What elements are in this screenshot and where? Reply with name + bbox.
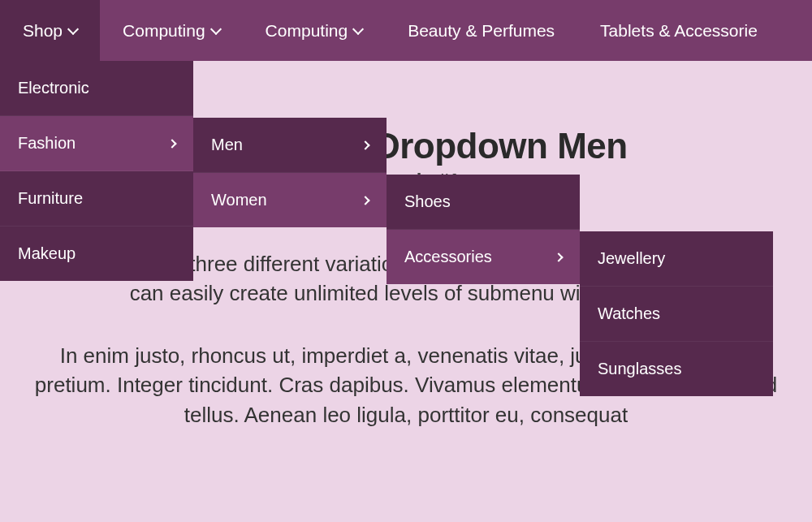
dropdown-label: Jewellery <box>598 249 665 268</box>
nav-label: Computing <box>123 21 205 41</box>
chevron-right-icon <box>167 139 176 148</box>
nav-item-computing-1[interactable]: Computing <box>100 0 243 61</box>
dropdown-item-accessories[interactable]: Accessories <box>387 230 580 284</box>
dropdown-label: Women <box>211 191 267 209</box>
dropdown-item-shoes[interactable]: Shoes <box>387 175 580 230</box>
nav-item-tablets[interactable]: Tablets & Accessorie <box>577 0 780 61</box>
chevron-down-icon <box>352 23 364 34</box>
dropdown-item-watches[interactable]: Watches <box>580 287 773 342</box>
dropdown-accessories: Jewellery Watches Sunglasses <box>580 231 773 396</box>
chevron-right-icon <box>361 196 369 205</box>
dropdown-label: Accessories <box>404 248 492 266</box>
dropdown-item-women[interactable]: Women <box>193 173 387 227</box>
chevron-right-icon <box>554 252 563 261</box>
nav-item-shop[interactable]: Shop <box>0 0 100 61</box>
dropdown-label: Makeup <box>18 244 76 263</box>
dropdown-label: Shoes <box>404 192 451 211</box>
dropdown-item-men[interactable]: Men <box>193 118 387 173</box>
dropdown-label: Sunglasses <box>598 360 681 378</box>
dropdown-women: Shoes Accessories <box>387 175 580 284</box>
chevron-down-icon <box>67 23 79 34</box>
nav-item-beauty[interactable]: Beauty & Perfumes <box>385 0 577 61</box>
nav-label: Tablets & Accessorie <box>600 21 758 41</box>
dropdown-fashion: Men Women <box>193 118 387 227</box>
nav-label: Beauty & Perfumes <box>408 21 555 41</box>
dropdown-label: Furniture <box>18 189 83 208</box>
chevron-right-icon <box>361 140 369 149</box>
dropdown-item-fashion[interactable]: Fashion <box>0 116 193 171</box>
nav-label: Computing <box>266 21 348 41</box>
dropdown-label: Electronic <box>18 79 89 97</box>
dropdown-item-furniture[interactable]: Furniture <box>0 171 193 226</box>
dropdown-shop: Electronic Fashion Furniture Makeup <box>0 61 193 281</box>
chevron-down-icon <box>210 23 222 34</box>
dropdown-item-makeup[interactable]: Makeup <box>0 226 193 281</box>
dropdown-label: Watches <box>598 304 660 323</box>
dropdown-label: Men <box>211 136 243 154</box>
nav-item-computing-2[interactable]: Computing <box>243 0 386 61</box>
dropdown-item-electronic[interactable]: Electronic <box>0 61 193 116</box>
dropdown-item-sunglasses[interactable]: Sunglasses <box>580 342 773 396</box>
dropdown-label: Fashion <box>18 134 76 153</box>
navbar: Shop Computing Computing Beauty & Perfum… <box>0 0 812 61</box>
dropdown-item-jewellery[interactable]: Jewellery <box>580 231 773 287</box>
nav-label: Shop <box>23 21 63 41</box>
